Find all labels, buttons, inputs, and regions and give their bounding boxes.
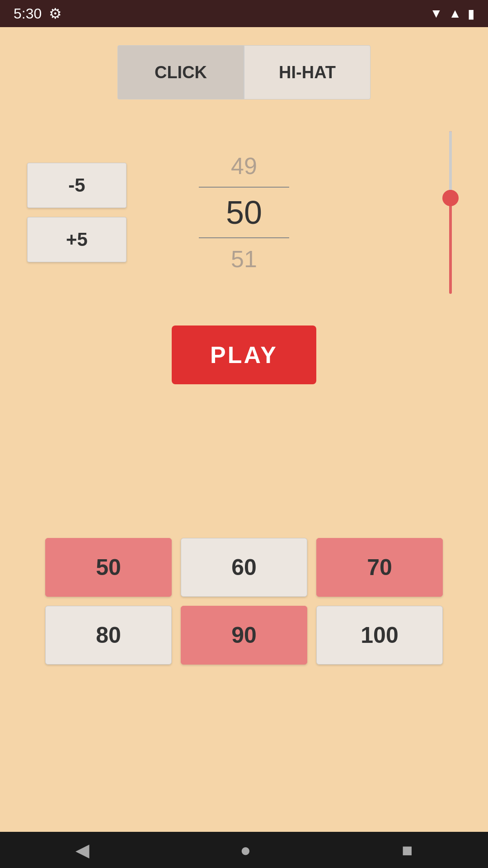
- battery-icon: ▮: [468, 6, 474, 21]
- decrease-button[interactable]: -5: [27, 163, 127, 208]
- nav-bar: ◀ ● ■: [0, 832, 488, 868]
- preset-50[interactable]: 50: [45, 538, 172, 597]
- wifi-icon: ▼: [430, 6, 443, 21]
- preset-70[interactable]: 70: [316, 538, 443, 597]
- adjust-buttons: -5 +5: [27, 163, 127, 262]
- back-icon[interactable]: ◀: [75, 840, 89, 860]
- sound-tabs: CLICK HI-HAT: [0, 45, 488, 99]
- slider-track: [449, 131, 452, 294]
- main-content: CLICK HI-HAT -5 +5 49 50 51 PLAY: [0, 27, 488, 832]
- increase-button[interactable]: +5: [27, 217, 127, 262]
- divider-bottom: [199, 237, 289, 238]
- slider-knob: [442, 190, 459, 206]
- divider-top: [199, 187, 289, 188]
- preset-90[interactable]: 90: [181, 606, 307, 665]
- spacer: [0, 411, 488, 538]
- status-right: ▼ ▲ ▮: [430, 6, 474, 21]
- status-bar: 5:30 ⚙ ▼ ▲ ▮: [0, 0, 488, 27]
- preset-grid: 50 60 70 80 90 100: [0, 538, 488, 665]
- status-left: 5:30 ⚙: [14, 5, 62, 22]
- recents-icon[interactable]: ■: [402, 840, 413, 860]
- bpm-picker: 49 50 51: [176, 152, 312, 273]
- preset-100[interactable]: 100: [316, 606, 443, 665]
- slider-upper-track: [449, 131, 452, 190]
- tempo-slider[interactable]: [449, 118, 452, 307]
- time-display: 5:30: [14, 5, 42, 22]
- preset-60[interactable]: 60: [181, 538, 307, 597]
- play-button-wrapper: PLAY: [0, 326, 488, 384]
- home-icon[interactable]: ●: [240, 840, 251, 860]
- tab-hihat[interactable]: HI-HAT: [244, 45, 371, 99]
- signal-icon: ▲: [449, 6, 461, 21]
- tab-click[interactable]: CLICK: [117, 45, 244, 99]
- play-button[interactable]: PLAY: [172, 326, 316, 384]
- preset-80[interactable]: 80: [45, 606, 172, 665]
- bpm-below: 51: [231, 245, 257, 273]
- bpm-current: 50: [226, 194, 262, 231]
- bpm-area: -5 +5 49 50 51: [0, 118, 488, 307]
- settings-icon: ⚙: [49, 5, 62, 22]
- bpm-above: 49: [231, 152, 257, 179]
